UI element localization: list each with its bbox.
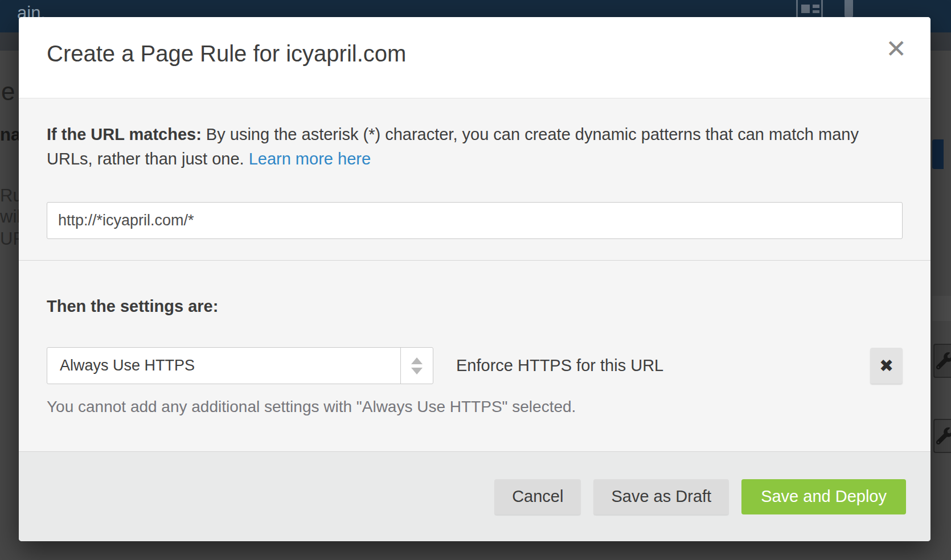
chevron-down-icon bbox=[411, 368, 423, 374]
chevron-up-icon bbox=[411, 357, 423, 364]
background-blue-button bbox=[932, 139, 944, 169]
select-stepper[interactable] bbox=[400, 348, 433, 384]
page-rule-modal: Create a Page Rule for icyapril.com ✕ If… bbox=[19, 17, 930, 541]
cancel-button[interactable]: Cancel bbox=[494, 479, 581, 514]
save-as-draft-button[interactable]: Save as Draft bbox=[593, 479, 729, 514]
close-icon[interactable]: ✕ bbox=[886, 36, 907, 61]
modal-body: If the URL matches: By using the asteris… bbox=[19, 122, 930, 416]
background-partial-icon bbox=[845, 0, 853, 18]
setting-row: Always Use HTTPS Enforce HTTPS for this … bbox=[47, 347, 903, 384]
wrench-icon bbox=[933, 419, 951, 453]
background-row bbox=[932, 296, 951, 321]
modal-footer: Cancel Save as Draft Save and Deploy bbox=[19, 451, 930, 541]
learn-more-link[interactable]: Learn more here bbox=[249, 150, 371, 168]
modal-header: Create a Page Rule for icyapril.com ✕ bbox=[19, 17, 930, 98]
url-match-label: If the URL matches: bbox=[47, 125, 202, 143]
setting-select-value: Always Use HTTPS bbox=[47, 348, 400, 384]
wrench-icon bbox=[933, 344, 951, 378]
url-pattern-input[interactable] bbox=[47, 202, 903, 239]
section-divider bbox=[19, 260, 930, 261]
remove-setting-button[interactable]: ✖ bbox=[870, 348, 903, 384]
save-and-deploy-button[interactable]: Save and Deploy bbox=[741, 479, 906, 514]
url-match-instructions: If the URL matches: By using the asteris… bbox=[47, 122, 903, 171]
background-text-fragment: e bbox=[1, 77, 15, 106]
settings-note: You cannot add any additional settings w… bbox=[47, 398, 903, 416]
setting-description: Enforce HTTPS for this URL bbox=[456, 356, 663, 375]
settings-heading: Then the settings are: bbox=[47, 296, 903, 316]
setting-select[interactable]: Always Use HTTPS bbox=[47, 347, 433, 384]
screen: ain. e nav Ru will UR Create a Page Rule… bbox=[0, 0, 951, 560]
modal-title: Create a Page Rule for icyapril.com bbox=[47, 41, 406, 67]
